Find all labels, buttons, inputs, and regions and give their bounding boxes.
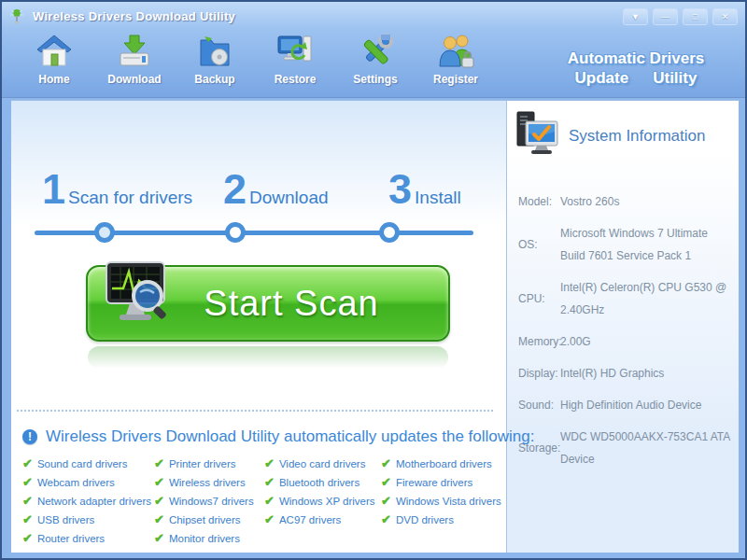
driver-label: DVD drivers <box>396 514 454 525</box>
main-panel: 1 Scan for drivers 2 Download 3 Install <box>11 101 506 553</box>
driver-label: Wireless drivers <box>169 477 246 488</box>
toolbar-label: Register <box>433 73 478 86</box>
system-info-value: Intel(R) Celeron(R) CPU G530 @ 2.40GHz <box>560 276 735 321</box>
close-icon: ✕ <box>722 12 729 21</box>
toolbar-item-register[interactable]: Register <box>426 33 486 86</box>
toolbar-label: Backup <box>194 73 234 86</box>
step-label: Install <box>415 188 461 208</box>
driver-item: ✔ Windows XP drivers <box>264 495 375 507</box>
tagline-line1: Automatic Drivers <box>547 49 725 68</box>
title-bar: Wireless Drivers Download Utility ▼ — □ … <box>2 2 745 30</box>
driver-item: ✔ USB drivers <box>22 513 151 525</box>
close-button[interactable]: ✕ <box>712 8 738 25</box>
toolbar-label: Download <box>107 73 161 86</box>
driver-label: Windows Vista drivers <box>396 496 501 507</box>
settings-icon <box>357 33 394 70</box>
driver-item: ✔ DVD drivers <box>381 513 501 525</box>
system-info-row: Sound: High Definition Audio Device <box>518 394 735 416</box>
system-info-label: CPU: <box>518 276 560 321</box>
collapse-button[interactable]: ▼ <box>623 8 648 25</box>
tagline-line2-right: Utility <box>653 68 697 88</box>
driver-column-3: ✔ Video card drivers ✔ Bluetooth drivers… <box>264 457 375 525</box>
check-icon: ✔ <box>381 476 391 488</box>
system-info-row: Storage: WDC WD5000AAKX-753CA1 ATA Devic… <box>518 426 735 470</box>
driver-label: Webcam drivers <box>37 477 115 488</box>
check-icon: ✔ <box>22 513 33 525</box>
system-info-row: Model: Vostro 260s <box>518 190 735 213</box>
step-scan: 1 Scan for drivers <box>42 168 192 210</box>
driver-label: Bluetooth drivers <box>279 477 359 488</box>
driver-label: Motherboard drivers <box>396 458 492 469</box>
toolbar-item-home[interactable]: Home <box>24 33 84 86</box>
system-info-title: System Information <box>569 127 705 146</box>
scan-monitor-icon <box>99 260 172 339</box>
register-icon <box>437 33 474 70</box>
driver-item: ✔ Video card drivers <box>264 457 375 469</box>
minimize-button[interactable]: — <box>653 8 678 25</box>
driver-item: ✔ Motherboard drivers <box>381 457 501 469</box>
system-info-row: CPU: Intel(R) Celeron(R) CPU G530 @ 2.40… <box>518 276 735 321</box>
driver-column-4: ✔ Motherboard drivers ✔ Fireware drivers… <box>381 457 501 525</box>
tagline: Automatic Drivers Update Utility <box>547 49 725 88</box>
progress-dot-2 <box>225 222 246 243</box>
driver-label: Video card drivers <box>279 458 365 469</box>
toolbar-item-download[interactable]: Download <box>105 33 164 86</box>
system-info-label: OS: <box>518 222 560 267</box>
check-icon: ✔ <box>381 513 391 525</box>
system-info-label: Display: <box>518 362 560 385</box>
check-icon: ✔ <box>154 532 164 544</box>
driver-item: ✔ Network adapter drivers <box>22 495 151 507</box>
start-scan-button[interactable]: Start Scan <box>86 265 450 342</box>
collapse-icon: ▼ <box>631 12 640 21</box>
driver-item: ✔ Fireware drivers <box>381 476 501 488</box>
progress-dot-1 <box>94 222 115 243</box>
window-controls: ▼ — □ ✕ <box>623 8 738 25</box>
driver-item: ✔ Sound card drivers <box>22 457 151 469</box>
computer-icon <box>514 110 559 162</box>
driver-label: Windows7 drivers <box>169 496 254 507</box>
content-area: 1 Scan for drivers 2 Download 3 Install <box>11 100 740 553</box>
window-title: Wireless Drivers Download Utility <box>33 9 235 23</box>
toolbar-item-settings[interactable]: Settings <box>345 33 405 86</box>
check-icon: ✔ <box>22 457 33 469</box>
dotted-separator <box>17 410 493 412</box>
maximize-button[interactable]: □ <box>683 8 708 25</box>
info-text: Wireless Drivers Download Utility automa… <box>46 427 534 446</box>
driver-column-2: ✔ Printer drivers ✔ Wireless drivers ✔ W… <box>154 457 254 544</box>
check-icon: ✔ <box>154 495 164 507</box>
driver-label: Router drivers <box>37 533 105 544</box>
toolbar: Home Download <box>24 33 486 86</box>
driver-item: ✔ Router drivers <box>22 532 151 544</box>
button-reflection <box>88 346 448 369</box>
toolbar-label: Restore <box>275 73 317 86</box>
driver-item: ✔ Windows7 drivers <box>154 495 254 507</box>
toolbar-item-backup[interactable]: Backup <box>185 33 245 86</box>
check-icon: ✔ <box>381 495 391 507</box>
check-icon: ✔ <box>154 513 164 525</box>
check-icon: ✔ <box>154 476 164 488</box>
toolbar-item-restore[interactable]: Restore <box>265 33 325 86</box>
check-icon: ✔ <box>264 476 275 488</box>
check-icon: ✔ <box>22 495 33 507</box>
step-install: 3 Install <box>388 168 461 210</box>
driver-label: Network adapter drivers <box>37 496 151 507</box>
driver-label: USB drivers <box>37 514 94 525</box>
step-download: 2 Download <box>223 168 329 210</box>
app-window: Wireless Drivers Download Utility ▼ — □ … <box>0 0 747 560</box>
restore-icon <box>276 33 314 70</box>
step-label: Scan for drivers <box>68 188 192 208</box>
header-band: Wireless Drivers Download Utility ▼ — □ … <box>2 2 745 98</box>
backup-icon <box>196 33 233 70</box>
home-icon <box>35 33 73 70</box>
system-info-value: 2.00G <box>560 330 735 353</box>
info-icon: ! <box>22 429 37 444</box>
check-icon: ✔ <box>264 495 275 507</box>
system-info-value: Vostro 260s <box>560 190 735 213</box>
step-number: 3 <box>388 168 412 210</box>
minimize-icon: — <box>661 12 669 21</box>
start-scan-label: Start Scan <box>204 284 378 324</box>
driver-item: ✔ AC97 drivers <box>264 513 375 525</box>
driver-label: Monitor drivers <box>169 533 240 544</box>
system-info-label: Sound: <box>518 394 560 416</box>
step-number: 2 <box>223 168 247 210</box>
